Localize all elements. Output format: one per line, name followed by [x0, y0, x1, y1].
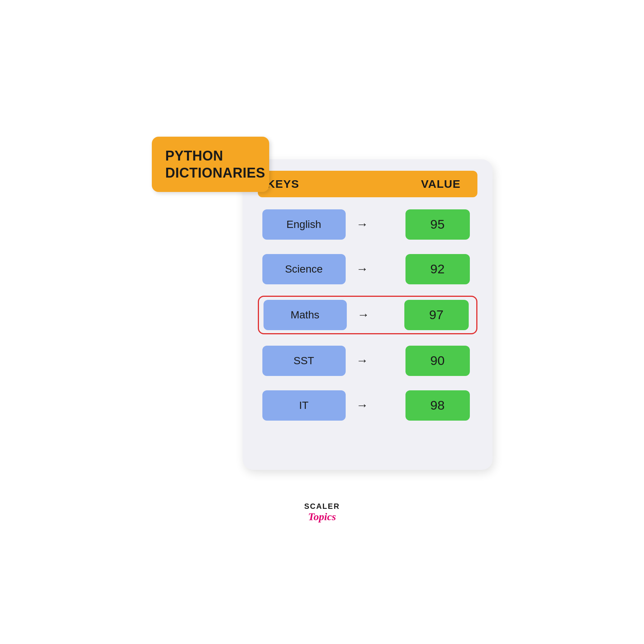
arrow-maths: → [357, 308, 370, 322]
value-box-science: 92 [405, 254, 470, 284]
value-label: 95 [430, 217, 445, 232]
table-header: KEYS VALUE [258, 171, 477, 197]
value-label: 90 [430, 353, 445, 368]
key-box-science: Science [262, 254, 346, 284]
dictionary-card: KEYS VALUE English → 95 Science → [243, 159, 493, 470]
key-label: Maths [290, 309, 319, 321]
scene: PYTHON DICTIONARIES KEYS VALUE English →… [152, 114, 493, 530]
branding-footer: SCALER Topics [304, 502, 340, 523]
value-label: 98 [430, 398, 445, 413]
arrow-english: → [356, 217, 368, 231]
table-row: SST → 90 [258, 343, 477, 379]
value-label: 97 [429, 307, 444, 322]
key-box-maths: Maths [264, 300, 347, 330]
data-rows-container: English → 95 Science → 92 Ma [258, 206, 477, 455]
key-box-it: IT [262, 390, 346, 421]
key-label: IT [299, 399, 309, 412]
badge-text: PYTHON DICTIONARIES [165, 147, 256, 181]
table-row-highlighted: Maths → 97 [258, 296, 477, 334]
key-box-english: English [262, 209, 346, 240]
arrow-sst: → [356, 354, 368, 368]
branding-topics-text: Topics [308, 511, 336, 523]
value-label: 92 [430, 262, 445, 276]
header-value-label: VALUE [421, 178, 460, 190]
value-box-sst: 90 [405, 346, 470, 376]
key-label: Science [285, 263, 323, 275]
title-badge: PYTHON DICTIONARIES [152, 137, 269, 192]
badge-line1: PYTHON [165, 148, 223, 164]
header-keys-label: KEYS [267, 178, 365, 190]
table-row: English → 95 [258, 206, 477, 243]
key-box-sst: SST [262, 346, 346, 376]
branding-scaler-text: SCALER [304, 502, 340, 511]
key-label: SST [293, 355, 314, 367]
value-box-maths: 97 [404, 300, 469, 330]
value-box-english: 95 [405, 209, 470, 240]
key-label: English [287, 218, 321, 231]
arrow-science: → [356, 262, 368, 276]
table-row: IT → 98 [258, 387, 477, 424]
value-box-it: 98 [405, 390, 470, 421]
arrow-it: → [356, 398, 368, 412]
table-row: Science → 92 [258, 251, 477, 287]
badge-line2: DICTIONARIES [165, 165, 265, 181]
